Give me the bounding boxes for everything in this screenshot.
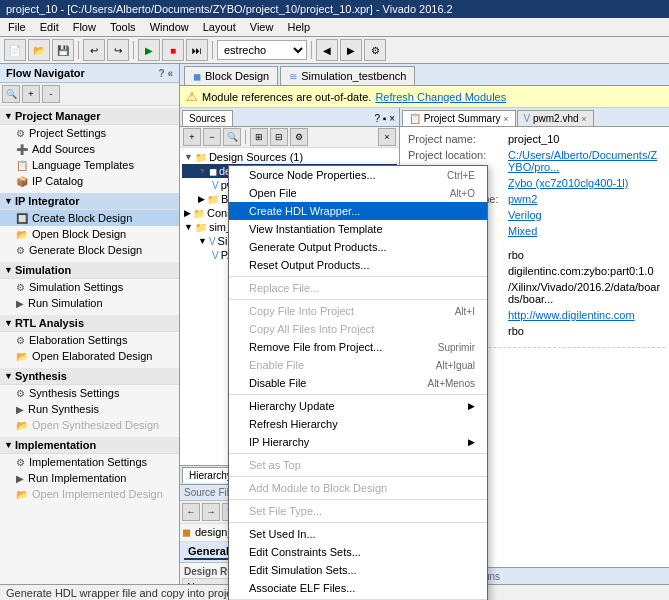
ctx-reset-output[interactable]: Reset Output Products... bbox=[229, 256, 487, 274]
toolbar-redo[interactable]: ↪ bbox=[107, 39, 129, 61]
toolbar-save[interactable]: 💾 bbox=[52, 39, 74, 61]
sources-options-btn[interactable]: ⚙ bbox=[290, 128, 308, 146]
nav-ip-catalog[interactable]: 📦 IP Catalog bbox=[0, 173, 179, 189]
nav-collapse-btn[interactable]: - bbox=[42, 85, 60, 103]
ctx-hierarchy-update[interactable]: Hierarchy Update ▶ bbox=[229, 397, 487, 415]
tab-general[interactable]: General bbox=[184, 544, 233, 560]
nav-project-settings[interactable]: ⚙ Project Settings bbox=[0, 125, 179, 141]
ctx-add-module[interactable]: Add Module to Block Design bbox=[229, 479, 487, 497]
toolbar-options[interactable]: ⚙ bbox=[364, 39, 386, 61]
ctx-refresh-hierarchy[interactable]: Refresh Hierarchy bbox=[229, 415, 487, 433]
ctx-ip-hierarchy[interactable]: IP Hierarchy ▶ bbox=[229, 433, 487, 451]
ctx-edit-constraints[interactable]: Edit Constraints Sets... bbox=[229, 543, 487, 561]
nav-expand-btn[interactable]: + bbox=[22, 85, 40, 103]
ctx-copy-file[interactable]: Copy File Into Project Alt+I bbox=[229, 302, 487, 320]
nav-add-sources[interactable]: ➕ Add Sources bbox=[0, 141, 179, 157]
ctx-copy-all[interactable]: Copy All Files Into Project bbox=[229, 320, 487, 338]
nav-pm-arrow: ▼ bbox=[4, 111, 13, 121]
nav-rtl-header[interactable]: ▼ RTL Analysis bbox=[0, 315, 179, 332]
nav-sim-settings[interactable]: ⚙ Simulation Settings bbox=[0, 279, 179, 295]
ctx-source-node-props[interactable]: Source Node Properties... Ctrl+E bbox=[229, 166, 487, 184]
tab-project-summary[interactable]: 📋 Project Summary × bbox=[402, 110, 516, 126]
toolbar-open[interactable]: 📂 bbox=[28, 39, 50, 61]
nav-create-block[interactable]: 🔲 Create Block Design bbox=[0, 210, 179, 226]
nav-open-elab[interactable]: 📂 Open Elaborated Design bbox=[0, 348, 179, 364]
nav-project-manager-header[interactable]: ▼ Project Manager bbox=[0, 108, 179, 125]
nav-language-templates[interactable]: 📋 Language Templates bbox=[0, 157, 179, 173]
toolbar-new[interactable]: 📄 bbox=[4, 39, 26, 61]
ctx-set-top[interactable]: Set as Top bbox=[229, 456, 487, 474]
toolbar-stop[interactable]: ■ bbox=[162, 39, 184, 61]
nav-ss-label: Simulation Settings bbox=[29, 281, 123, 293]
sources-expand-btn[interactable]: ⊞ bbox=[250, 128, 268, 146]
toolbar-run[interactable]: ▶ bbox=[138, 39, 160, 61]
nav-synth-header[interactable]: ▼ Synthesis bbox=[0, 368, 179, 385]
ctx-replace-file[interactable]: Replace File... bbox=[229, 279, 487, 297]
ctx-gen-output[interactable]: Generate Output Products... bbox=[229, 238, 487, 256]
value-part[interactable]: Zybo (xc7z010clg400-1l) bbox=[504, 175, 665, 191]
menu-tools[interactable]: Tools bbox=[104, 19, 142, 35]
nav-synth-settings[interactable]: ⚙ Synthesis Settings bbox=[0, 385, 179, 401]
menu-window[interactable]: Window bbox=[144, 19, 195, 35]
nav-impl-settings[interactable]: ⚙ Implementation Settings bbox=[0, 454, 179, 470]
tab-block-design[interactable]: ◼ Block Design bbox=[184, 66, 278, 85]
toolbar-forward[interactable]: ▶ bbox=[340, 39, 362, 61]
ctx-view-inst[interactable]: View Instantiation Template bbox=[229, 220, 487, 238]
value-project-loc[interactable]: C:/Users/Alberto/Documents/ZYBO/pro... bbox=[504, 147, 665, 175]
value-verilog[interactable]: Verilog bbox=[504, 207, 665, 223]
menu-view[interactable]: View bbox=[244, 19, 280, 35]
sources-search-btn[interactable]: 🔍 bbox=[223, 128, 241, 146]
toolbar-step[interactable]: ⏭ bbox=[186, 39, 208, 61]
ctx-snp-label: Source Node Properties... bbox=[249, 169, 376, 181]
ctx-create-hdl[interactable]: Create HDL Wrapper... bbox=[229, 202, 487, 220]
menu-flow[interactable]: Flow bbox=[67, 19, 102, 35]
ctx-edit-sim[interactable]: Edit Simulation Sets... bbox=[229, 561, 487, 579]
sources-toolbar: + − 🔍 ⊞ ⊟ ⚙ × bbox=[180, 127, 399, 148]
tree-design-sources[interactable]: ▼ 📁 Design Sources (1) bbox=[182, 150, 397, 164]
menu-file[interactable]: File bbox=[2, 19, 32, 35]
props-back-btn[interactable]: ← bbox=[182, 503, 200, 521]
toolbar-dropdown[interactable]: estrecho bbox=[217, 40, 307, 60]
nav-run-synth[interactable]: ▶ Run Synthesis bbox=[0, 401, 179, 417]
nav-impl-header[interactable]: ▼ Implementation bbox=[0, 437, 179, 454]
sources-close-btn[interactable]: × bbox=[378, 128, 396, 146]
sources-remove-btn[interactable]: − bbox=[203, 128, 221, 146]
ctx-assoc-elf[interactable]: Associate ELF Files... bbox=[229, 579, 487, 597]
toolbar-undo[interactable]: ↩ bbox=[83, 39, 105, 61]
value-top-module[interactable]: pwm2 bbox=[504, 191, 665, 207]
tab-pwm2-vhd[interactable]: V pwm2.vhd × bbox=[517, 110, 594, 126]
nav-open-impl[interactable]: 📂 Open Implemented Design bbox=[0, 486, 179, 502]
toolbar-back[interactable]: ◀ bbox=[316, 39, 338, 61]
props-forward-btn[interactable]: → bbox=[202, 503, 220, 521]
menu-edit[interactable]: Edit bbox=[34, 19, 65, 35]
summary-tab-close[interactable]: × bbox=[503, 114, 508, 124]
nav-open-block[interactable]: 📂 Open Block Design bbox=[0, 226, 179, 242]
menu-help[interactable]: Help bbox=[281, 19, 316, 35]
ctx-disable-file[interactable]: Disable File Alt+Menos bbox=[229, 374, 487, 392]
nav-rs-label: Run Simulation bbox=[28, 297, 103, 309]
nav-run-impl[interactable]: ▶ Run Implementation bbox=[0, 470, 179, 486]
sources-add-btn[interactable]: + bbox=[183, 128, 201, 146]
tab-sources[interactable]: Sources bbox=[182, 110, 233, 126]
refresh-link[interactable]: Refresh Changed Modules bbox=[375, 91, 506, 103]
nav-elab-settings[interactable]: ⚙ Elaboration Settings bbox=[0, 332, 179, 348]
menu-layout[interactable]: Layout bbox=[197, 19, 242, 35]
nav-gen-block[interactable]: ⚙ Generate Block Design bbox=[0, 242, 179, 258]
sources-tab-bar: Sources ? ▪ × bbox=[180, 108, 399, 127]
tab-simulation[interactable]: ≋ Simulation_testbench bbox=[280, 66, 415, 85]
value-mixed[interactable]: Mixed bbox=[504, 223, 665, 239]
ctx-set-used-in[interactable]: Set Used In... bbox=[229, 525, 487, 543]
ctx-remove-file[interactable]: Remove File from Project... Suprimir bbox=[229, 338, 487, 356]
nav-ip-integrator-header[interactable]: ▼ IP Integrator bbox=[0, 193, 179, 210]
value-url[interactable]: http://www.digilentinc.com bbox=[504, 307, 665, 323]
nav-search-btn[interactable]: 🔍 bbox=[2, 85, 20, 103]
nav-run-sim[interactable]: ▶ Run Simulation bbox=[0, 295, 179, 311]
sources-collapse-btn[interactable]: ⊟ bbox=[270, 128, 288, 146]
nav-synth-label: Synthesis bbox=[15, 370, 67, 382]
nav-simulation-header[interactable]: ▼ Simulation bbox=[0, 262, 179, 279]
ctx-set-file-type[interactable]: Set File Type... bbox=[229, 502, 487, 520]
nav-open-synth[interactable]: 📂 Open Synthesized Design bbox=[0, 417, 179, 433]
ctx-open-file[interactable]: Open File Alt+O bbox=[229, 184, 487, 202]
pwm2-tab-close[interactable]: × bbox=[581, 114, 586, 124]
ctx-enable-file[interactable]: Enable File Alt+Igual bbox=[229, 356, 487, 374]
